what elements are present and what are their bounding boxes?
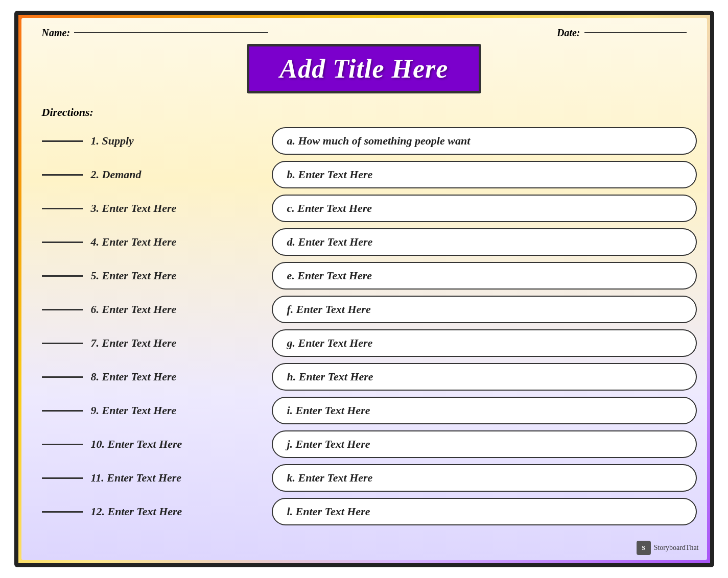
answer-blank [42, 242, 83, 243]
right-box: k. Enter Text Here [272, 464, 697, 492]
left-item-label: 6. Enter Text Here [91, 303, 177, 316]
right-box: b. Enter Text Here [272, 161, 697, 188]
right-item: g. Enter Text Here [272, 327, 697, 359]
storyboard-logo: S StoryboardThat [637, 541, 699, 555]
answer-blank [42, 511, 83, 513]
right-box: l. Enter Text Here [272, 498, 697, 525]
right-box: j. Enter Text Here [272, 430, 697, 458]
answer-blank [42, 343, 83, 344]
content-area: 1. Supply 2. Demand 3. Enter Text Here 4… [21, 121, 707, 532]
right-box: f. Enter Text Here [272, 296, 697, 323]
left-item: 5. Enter Text Here [42, 260, 256, 292]
right-box: c. Enter Text Here [272, 195, 697, 222]
name-field: Name: [42, 27, 269, 39]
title-box: Add Title Here [247, 44, 482, 93]
answer-blank [42, 444, 83, 445]
right-item: k. Enter Text Here [272, 462, 697, 494]
left-item-label: 9. Enter Text Here [91, 404, 177, 417]
left-item-label: 11. Enter Text Here [91, 471, 182, 485]
left-item: 9. Enter Text Here [42, 395, 256, 426]
left-item: 3. Enter Text Here [42, 192, 256, 224]
answer-blank [42, 410, 83, 412]
date-blank [584, 32, 687, 33]
right-item: b. Enter Text Here [272, 159, 697, 190]
answer-blank [42, 309, 83, 310]
right-box: h. Enter Text Here [272, 363, 697, 391]
name-date-row: Name: Date: [21, 18, 707, 44]
left-item: 8. Enter Text Here [42, 361, 256, 393]
page-title: Add Title Here [280, 54, 449, 83]
logo-icon: S [637, 541, 651, 555]
left-item: 11. Enter Text Here [42, 462, 256, 494]
answer-blank [42, 208, 83, 209]
left-item: 12. Enter Text Here [42, 496, 256, 527]
right-item: h. Enter Text Here [272, 361, 697, 393]
right-item: i. Enter Text Here [272, 395, 697, 426]
right-column: a. How much of something people want b. … [272, 125, 697, 527]
answer-blank [42, 477, 83, 479]
right-item: j. Enter Text Here [272, 428, 697, 460]
right-box: g. Enter Text Here [272, 329, 697, 357]
left-item-label: 3. Enter Text Here [91, 202, 177, 215]
left-item-label: 2. Demand [91, 168, 142, 181]
name-blank [74, 32, 268, 33]
right-box: d. Enter Text Here [272, 228, 697, 256]
left-item: 10. Enter Text Here [42, 428, 256, 460]
left-item: 6. Enter Text Here [42, 294, 256, 325]
left-item-label: 1. Supply [91, 134, 134, 148]
left-item: 4. Enter Text Here [42, 226, 256, 258]
left-item-label: 12. Enter Text Here [91, 505, 182, 518]
right-item: l. Enter Text Here [272, 496, 697, 527]
left-item-label: 5. Enter Text Here [91, 269, 177, 282]
right-item: a. How much of something people want [272, 125, 697, 157]
left-column: 1. Supply 2. Demand 3. Enter Text Here 4… [42, 125, 256, 527]
answer-blank [42, 275, 83, 277]
left-item-label: 4. Enter Text Here [91, 235, 177, 249]
answer-blank [42, 140, 83, 142]
right-box: e. Enter Text Here [272, 262, 697, 290]
right-item: d. Enter Text Here [272, 226, 697, 258]
left-item-label: 10. Enter Text Here [91, 438, 182, 451]
logo-text: StoryboardThat [654, 544, 699, 552]
outer-border: Name: Date: Add Title Here Directions: 1… [14, 11, 714, 567]
right-item: c. Enter Text Here [272, 192, 697, 224]
title-banner: Add Title Here [21, 44, 707, 93]
left-item-label: 8. Enter Text Here [91, 370, 177, 383]
right-item: f. Enter Text Here [272, 294, 697, 325]
name-label: Name: [42, 27, 71, 39]
left-item: 7. Enter Text Here [42, 327, 256, 359]
answer-blank [42, 174, 83, 176]
right-item: e. Enter Text Here [272, 260, 697, 292]
left-item-label: 7. Enter Text Here [91, 336, 177, 350]
answer-blank [42, 376, 83, 378]
right-box: a. How much of something people want [272, 127, 697, 155]
right-box: i. Enter Text Here [272, 397, 697, 424]
inner-container: Name: Date: Add Title Here Directions: 1… [21, 18, 707, 560]
left-item: 2. Demand [42, 159, 256, 190]
left-item: 1. Supply [42, 125, 256, 157]
directions-label: Directions: [21, 102, 707, 121]
date-label: Date: [557, 27, 580, 39]
date-field: Date: [557, 27, 687, 39]
